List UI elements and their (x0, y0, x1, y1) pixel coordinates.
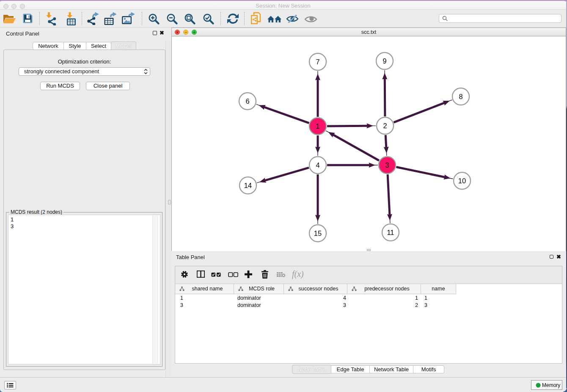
svg-text:14: 14 (244, 182, 252, 189)
svg-text:15: 15 (314, 229, 322, 237)
svg-text:11: 11 (387, 229, 394, 236)
svg-text:10: 10 (458, 177, 466, 185)
svg-text:7: 7 (316, 58, 319, 66)
svg-text:1: 1 (316, 122, 319, 130)
svg-text:4: 4 (316, 161, 319, 169)
svg-text:2: 2 (383, 122, 387, 130)
svg-text:8: 8 (459, 93, 462, 100)
svg-text:6: 6 (245, 97, 249, 105)
svg-text:3: 3 (385, 161, 389, 169)
svg-text:9: 9 (383, 57, 386, 65)
